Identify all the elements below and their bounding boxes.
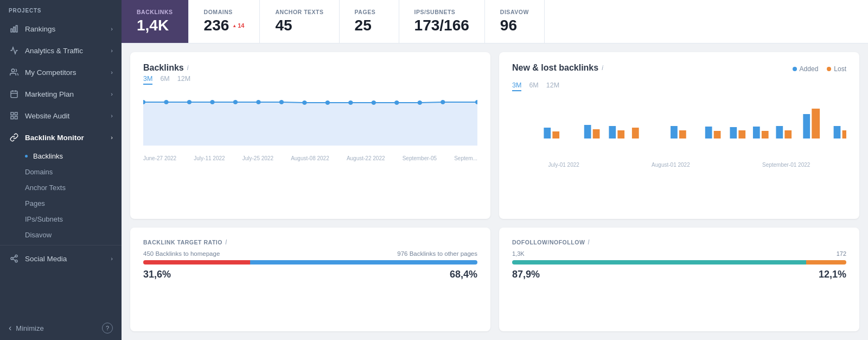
period-tabs-new-lost: 3M 6M 12M xyxy=(512,81,846,91)
period-tab-12m[interactable]: 12M xyxy=(177,75,190,85)
legend-dot-lost xyxy=(827,67,831,71)
svg-rect-2 xyxy=(16,26,17,32)
svg-rect-32 xyxy=(544,128,551,138)
x-label-6: September-05 xyxy=(403,155,437,161)
sidebar-item-backlink[interactable]: Backlink Monitor › xyxy=(0,127,122,148)
svg-point-26 xyxy=(348,100,353,105)
sidebar-item-label-competitors: My Competitors xyxy=(25,68,76,77)
period-tab-6m[interactable]: 6M xyxy=(160,75,169,85)
svg-point-29 xyxy=(418,100,422,105)
period-tab-12m-nl[interactable]: 12M xyxy=(546,81,559,91)
x-label-1: June-27 2022 xyxy=(143,155,176,161)
svg-rect-11 xyxy=(11,116,14,119)
ratio-card: BACKLINK TARGET RATIO i 450 Backlinks to… xyxy=(130,228,490,331)
sidebar: PROJECTS Rankings › Analytics & Traffic … xyxy=(0,0,122,340)
svg-rect-9 xyxy=(15,112,17,115)
x-label-5: August-22 2022 xyxy=(347,155,385,161)
active-dot xyxy=(25,155,28,158)
sidebar-sub-label-domains: Domains xyxy=(25,168,53,176)
svg-point-28 xyxy=(394,100,399,105)
dofollow-sub-labels: 1,3K 172 xyxy=(512,250,846,257)
domains-badge: 14 xyxy=(232,22,244,29)
sidebar-item-rankings[interactable]: Rankings › xyxy=(0,18,122,40)
svg-rect-50 xyxy=(812,109,820,138)
bar-x-2: August-01 2022 xyxy=(652,162,690,168)
period-tab-6m-nl[interactable]: 6M xyxy=(529,81,538,91)
sidebar-sub-item-backlinks[interactable]: Backlinks xyxy=(0,148,122,164)
dofollow-title: DOFOLLOW/NOFOLLOW i xyxy=(512,238,846,246)
stats-bar: BACKLINKS 1,4K DOMAINS 236 14 ANCHOR TEX… xyxy=(122,0,868,43)
dofollow-values: 87,9% 12,1% xyxy=(512,269,846,280)
sidebar-sub-item-pages[interactable]: Pages xyxy=(0,196,122,211)
disavow-label: DISAVOW xyxy=(500,9,529,15)
legend-lost: Lost xyxy=(827,65,846,73)
chevron-icon: › xyxy=(111,112,113,119)
sidebar-item-marketing[interactable]: Marketing Plan › xyxy=(0,83,122,105)
sidebar-item-label-marketing: Marketing Plan xyxy=(25,90,74,98)
chevron-icon: › xyxy=(111,134,113,141)
x-label-3: July-25 2022 xyxy=(242,155,273,161)
sidebar-item-social[interactable]: Social Media › xyxy=(0,248,122,269)
pages-value: 25 xyxy=(355,17,384,34)
period-tab-3m[interactable]: 3M xyxy=(143,75,152,85)
info-icon-2: i xyxy=(602,64,603,72)
svg-rect-41 xyxy=(705,127,712,138)
sidebar-sub-item-anchor-texts[interactable]: Anchor Texts xyxy=(0,180,122,196)
info-icon: i xyxy=(187,64,189,72)
bar-x-1: July-01 2022 xyxy=(548,162,579,168)
main-content: BACKLINKS 1,4K DOMAINS 236 14 ANCHOR TEX… xyxy=(122,0,868,340)
svg-rect-33 xyxy=(552,131,559,138)
sidebar-sub-item-ips[interactable]: IPs/Subnets xyxy=(0,211,122,227)
svg-rect-36 xyxy=(609,126,616,138)
sidebar-item-label-audit: Website Audit xyxy=(25,112,69,120)
sidebar-sub-item-disavow[interactable]: Disavow xyxy=(0,227,122,243)
period-tab-3m-nl[interactable]: 3M xyxy=(512,81,521,91)
svg-rect-51 xyxy=(834,126,841,138)
grid-icon xyxy=(9,110,20,121)
backlinks-chart-card: Backlinks i 3M 6M 12M xyxy=(130,52,490,219)
help-icon[interactable]: ? xyxy=(102,323,113,333)
bar-x-3: September-01 2022 xyxy=(762,162,810,168)
x-label-7: Septem... xyxy=(454,155,477,161)
users-icon xyxy=(9,67,20,78)
svg-rect-4 xyxy=(11,91,17,98)
svg-point-23 xyxy=(279,100,284,104)
svg-point-18 xyxy=(164,100,168,104)
calendar-icon xyxy=(9,89,20,99)
sidebar-sub-label-disavow: Disavow xyxy=(25,231,52,239)
sidebar-sub-label-ips: IPs/Subnets xyxy=(25,215,63,223)
sidebar-item-label-rankings: Rankings xyxy=(25,25,55,33)
charts-area: Backlinks i 3M 6M 12M xyxy=(122,43,868,340)
stat-pages: PAGES 25 xyxy=(340,0,399,43)
sidebar-item-audit[interactable]: Website Audit › xyxy=(0,105,122,127)
dofollow-bar xyxy=(512,260,846,265)
sidebar-item-competitors[interactable]: My Competitors › xyxy=(0,61,122,83)
svg-point-22 xyxy=(256,100,260,104)
svg-point-14 xyxy=(15,260,17,262)
svg-rect-39 xyxy=(671,126,678,138)
minimize-button[interactable]: ‹ Minimize ? xyxy=(0,316,122,340)
svg-point-12 xyxy=(15,255,17,257)
chevron-icon: › xyxy=(111,69,113,75)
sidebar-sub-item-domains[interactable]: Domains xyxy=(0,164,122,180)
new-lost-chart-card: New & lost backlinks i Added Lost 3M 6M xyxy=(499,52,859,219)
homepage-pct: 31,6% xyxy=(143,269,171,280)
svg-point-20 xyxy=(210,100,214,104)
new-lost-label: New & lost backlinks xyxy=(512,63,598,73)
svg-rect-42 xyxy=(714,131,721,138)
domains-value: 236 xyxy=(204,17,229,34)
svg-rect-44 xyxy=(738,130,745,138)
sidebar-item-analytics[interactable]: Analytics & Traffic › xyxy=(0,40,122,61)
legend-lost-label: Lost xyxy=(834,65,846,73)
x-label-4: August-08 2022 xyxy=(291,155,329,161)
social-icon xyxy=(9,253,20,264)
chart-x-labels: June-27 2022 July-11 2022 July-25 2022 A… xyxy=(143,155,477,161)
svg-rect-43 xyxy=(730,127,737,138)
bar-chart xyxy=(512,98,846,158)
svg-rect-49 xyxy=(803,114,810,138)
legend-dot-added xyxy=(793,67,797,71)
sidebar-item-label-social: Social Media xyxy=(25,255,67,263)
svg-rect-0 xyxy=(11,29,12,32)
svg-rect-40 xyxy=(679,130,686,138)
svg-point-25 xyxy=(326,100,330,105)
